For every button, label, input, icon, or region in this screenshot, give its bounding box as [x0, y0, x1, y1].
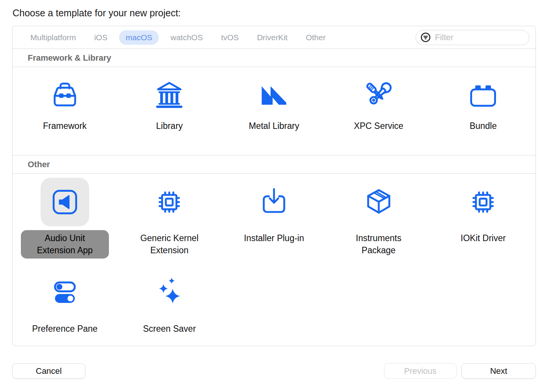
template-item-label: Screen Saver — [137, 321, 202, 337]
template-grid-framework-library: Framework Library Metal Library XPC Serv… — [13, 67, 535, 155]
toolbox-icon — [44, 75, 86, 115]
template-item-audio-unit-extension-app[interactable]: Audio Unit Extension App — [13, 178, 117, 259]
template-item-label: Preference Pane — [26, 321, 104, 337]
brick-icon — [462, 75, 504, 115]
package-box-icon — [354, 178, 403, 226]
chip-icon — [145, 178, 194, 226]
tab-watchos[interactable]: watchOS — [164, 30, 209, 45]
chip-icon — [459, 178, 507, 226]
toggle-switches-icon — [41, 268, 89, 317]
template-item-label: IOKit Driver — [455, 230, 512, 247]
tab-macos[interactable]: macOS — [119, 30, 159, 45]
previous-button[interactable]: Previous — [384, 363, 457, 379]
template-item-generic-kernel-extension[interactable]: Generic Kernel Extension — [117, 178, 222, 259]
template-item-label: Instruments Package — [335, 230, 423, 259]
template-item-iokit-driver[interactable]: IOKit Driver — [431, 178, 535, 259]
template-item-installer-plug-in[interactable]: Installer Plug-in — [222, 178, 326, 259]
sparkles-icon — [145, 268, 194, 317]
speaker-icon — [41, 178, 89, 226]
template-item-label: Generic Kernel Extension — [125, 230, 213, 259]
template-item-xpc-service[interactable]: XPC Service — [326, 67, 431, 135]
section-header-other: Other — [13, 155, 535, 174]
tab-multiplatform[interactable]: Multiplatform — [24, 30, 82, 45]
section-header-framework-library: Framework & Library — [13, 49, 535, 67]
template-grid-other: Audio Unit Extension App Generic Kernel … — [13, 174, 535, 346]
filter-input[interactable] — [434, 32, 524, 43]
template-item-bundle[interactable]: Bundle — [431, 67, 535, 135]
tab-tvos[interactable]: tvOS — [214, 30, 245, 45]
tab-driverkit[interactable]: DriverKit — [250, 30, 294, 45]
library-building-icon — [148, 75, 190, 115]
platform-tab-bar: MultiplatformiOSmacOSwatchOStvOSDriverKi… — [13, 26, 535, 49]
template-item-instruments-package[interactable]: Instruments Package — [326, 178, 431, 259]
filter-field[interactable] — [416, 30, 529, 45]
next-button[interactable]: Next — [461, 363, 536, 379]
template-item-label: Framework — [37, 118, 93, 135]
template-item-label: Library — [150, 118, 189, 135]
template-item-framework[interactable]: Framework — [13, 67, 117, 135]
template-item-label: Installer Plug-in — [238, 230, 310, 247]
template-item-library[interactable]: Library — [117, 67, 222, 135]
template-item-label: Bundle — [463, 118, 503, 135]
filter-circle-icon — [420, 32, 431, 42]
template-item-label: XPC Service — [348, 118, 409, 135]
install-tray-icon — [250, 178, 298, 226]
dialog-title: Choose a template for your new project: — [13, 8, 181, 19]
template-item-metal-library[interactable]: Metal Library — [222, 67, 326, 135]
crossed-tools-icon — [358, 75, 400, 115]
cancel-button[interactable]: Cancel — [12, 363, 85, 379]
tab-ios[interactable]: iOS — [88, 30, 114, 45]
template-chooser-panel: MultiplatformiOSmacOSwatchOStvOSDriverKi… — [12, 26, 536, 346]
template-item-label: Metal Library — [243, 118, 305, 135]
template-item-preference-pane[interactable]: Preference Pane — [13, 268, 117, 337]
metal-logo-icon — [253, 75, 295, 115]
tab-other[interactable]: Other — [299, 30, 332, 45]
template-item-screen-saver[interactable]: Screen Saver — [117, 268, 222, 337]
template-item-label: Audio Unit Extension App — [21, 230, 109, 259]
